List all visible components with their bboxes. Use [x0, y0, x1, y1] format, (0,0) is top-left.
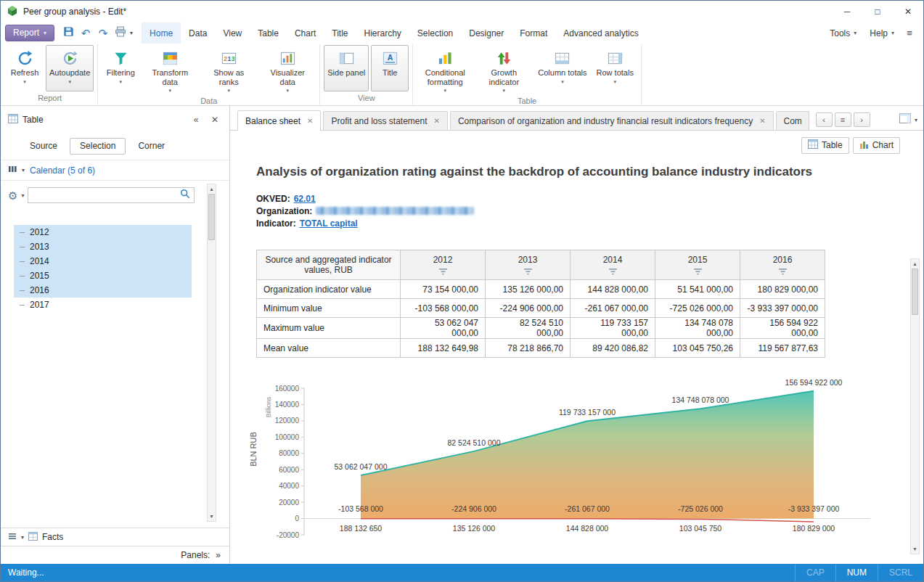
report-menu-button[interactable]: Report ▾	[5, 25, 54, 41]
table-cell[interactable]: 78 218 866,70	[486, 339, 571, 358]
collapse-panel-button[interactable]: «	[189, 112, 203, 127]
save-button[interactable]	[60, 25, 77, 41]
table-cell[interactable]: 53 062 047 000,00	[401, 318, 486, 339]
table-cell[interactable]: 134 748 078 000,00	[655, 318, 740, 339]
tools-menu[interactable]: Tools ▾	[824, 25, 862, 41]
sidebar-tab-source[interactable]: Source	[20, 138, 68, 155]
help-menu[interactable]: Help ▾	[864, 25, 900, 41]
minimize-button[interactable]: ─	[832, 1, 862, 22]
show-as-ranks-button[interactable]: 213 Show as ranks ▾	[200, 45, 257, 94]
table-header-2014[interactable]: 2014	[571, 250, 655, 280]
ribbon-tab-home[interactable]: Home	[142, 22, 181, 44]
sidebar-tab-selection[interactable]: Selection	[70, 138, 126, 155]
visualizer-data-button[interactable]: Visualizer data ▾	[259, 45, 316, 94]
table-cell[interactable]: 119 733 157 000,00	[571, 318, 655, 339]
column-totals-button[interactable]: Column totals ▾	[534, 45, 590, 91]
row-name-cell[interactable]: Organization indicator value	[257, 280, 401, 299]
growth-indicator-button[interactable]: Growth indicator ▾	[475, 45, 532, 94]
doc-tab-comparison[interactable]: Comparison of organization and industry …	[450, 111, 774, 130]
caret-down-icon[interactable]: ▾	[21, 534, 24, 541]
year-item[interactable]: 2014	[14, 254, 192, 269]
table-cell[interactable]: 51 541 000,00	[655, 280, 740, 299]
print-dropdown-caret-icon[interactable]: ▾	[130, 30, 133, 36]
table-cell[interactable]: 156 594 922 000,00	[740, 318, 825, 339]
content-scrollbar[interactable]: ▲ ▼	[910, 258, 920, 554]
scroll-up-button[interactable]: ▲	[911, 259, 919, 269]
table-cell[interactable]: -261 067 000,00	[571, 299, 655, 318]
row-name-cell[interactable]: Minimum value	[257, 299, 401, 318]
search-icon[interactable]	[180, 189, 190, 202]
caret-down-icon[interactable]: ▾	[915, 117, 917, 123]
close-button[interactable]: ✕	[893, 1, 923, 22]
table-cell[interactable]: -103 568 000,00	[401, 299, 486, 318]
table-cell[interactable]: 103 045 750,26	[655, 339, 740, 358]
table-header-2012[interactable]: 2012	[401, 250, 486, 280]
autoupdate-button[interactable]: Autoupdate ▾	[46, 45, 94, 91]
doc-tab-balance-sheet[interactable]: Balance sheet ✕	[237, 110, 321, 131]
refresh-button[interactable]: Refresh ▾	[6, 45, 44, 91]
conditional-formatting-button[interactable]: Conditional formatting ▾	[417, 45, 473, 94]
caret-down-icon[interactable]: ▾	[22, 167, 25, 173]
filter-icon[interactable]	[439, 267, 447, 277]
table-cell[interactable]: -725 026 000,00	[655, 299, 740, 318]
undo-button[interactable]: ↶	[77, 25, 94, 41]
filter-icon[interactable]	[779, 267, 787, 277]
scroll-up-button[interactable]: ▲	[208, 184, 216, 194]
row-totals-button[interactable]: Row totals ▾	[593, 45, 637, 91]
print-button[interactable]	[112, 25, 129, 41]
table-header-2016[interactable]: 2016	[740, 250, 825, 280]
ribbon-tab-data[interactable]: Data	[181, 22, 215, 44]
close-panel-button[interactable]: ✕	[208, 112, 222, 127]
table-cell[interactable]: 119 567 877,63	[740, 339, 825, 358]
filter-icon[interactable]	[609, 267, 617, 277]
scroll-down-button[interactable]: ▼	[208, 512, 216, 521]
table-header-values[interactable]: Source and aggregated indicator values, …	[257, 250, 401, 280]
ribbon-tab-view[interactable]: View	[215, 22, 250, 44]
table-cell[interactable]: 188 132 649,98	[401, 339, 486, 358]
table-header-2015[interactable]: 2015	[655, 250, 740, 280]
filter-icon[interactable]	[694, 267, 702, 277]
close-tab-icon[interactable]: ✕	[307, 117, 313, 125]
redo-button[interactable]: ↷	[94, 25, 112, 41]
sidebar-tab-corner[interactable]: Corner	[128, 138, 175, 155]
ribbon-tab-format[interactable]: Format	[512, 22, 555, 44]
year-item[interactable]: 2016	[14, 283, 192, 298]
side-panel-toggle[interactable]: Side panel	[324, 45, 369, 91]
view-toggle-table-button[interactable]: Table	[801, 137, 849, 154]
year-item[interactable]: 2015	[14, 269, 192, 283]
table-cell[interactable]: 89 420 086,82	[571, 339, 655, 358]
table-cell[interactable]: -3 933 397 000,00	[740, 299, 825, 318]
maximize-button[interactable]: □	[862, 1, 893, 22]
table-cell[interactable]: 180 829 000,00	[740, 280, 825, 299]
filter-icon[interactable]	[524, 267, 532, 277]
view-toggle-chart-button[interactable]: Chart	[853, 137, 900, 154]
table-cell[interactable]: 82 524 510 000,00	[486, 318, 571, 339]
year-item[interactable]: 2017	[14, 298, 192, 312]
year-item[interactable]: 2013	[14, 239, 192, 254]
row-name-cell[interactable]: Mean value	[257, 339, 401, 358]
filtering-button[interactable]: Filtering ▾	[102, 45, 139, 91]
ribbon-tab-title[interactable]: Title	[324, 22, 356, 44]
close-tab-icon[interactable]: ✕	[434, 117, 440, 125]
dimension-selector[interactable]: Calendar (5 of 6)	[30, 165, 95, 176]
scroll-down-button[interactable]: ▼	[911, 544, 919, 554]
gear-icon[interactable]: ⚙	[8, 190, 17, 201]
scroll-thumb[interactable]	[912, 269, 918, 315]
year-item[interactable]: 2012	[14, 225, 192, 239]
doc-tab-profit-loss[interactable]: Profit and loss statement ✕	[323, 111, 447, 130]
search-input[interactable]	[32, 190, 180, 200]
scroll-thumb[interactable]	[208, 194, 215, 240]
next-tab-button[interactable]: ›	[854, 112, 870, 127]
okved-link[interactable]: 62.01	[294, 194, 316, 204]
doc-tab-truncated[interactable]: Com	[776, 111, 809, 130]
tab-list-button[interactable]: ≡	[835, 112, 851, 127]
prev-tab-button[interactable]: ‹	[816, 112, 833, 127]
table-cell[interactable]: -224 906 000,00	[486, 299, 571, 318]
table-header-2013[interactable]: 2013	[486, 250, 571, 280]
title-toggle[interactable]: A Title	[371, 45, 409, 91]
row-name-cell[interactable]: Maximum value	[257, 318, 401, 339]
sidebar-scrollbar[interactable]: ▲ ▼	[207, 184, 216, 522]
layout-icon[interactable]	[899, 113, 911, 126]
window-list-button[interactable]: ≡	[901, 25, 917, 41]
ribbon-tab-table[interactable]: Table	[250, 22, 287, 44]
